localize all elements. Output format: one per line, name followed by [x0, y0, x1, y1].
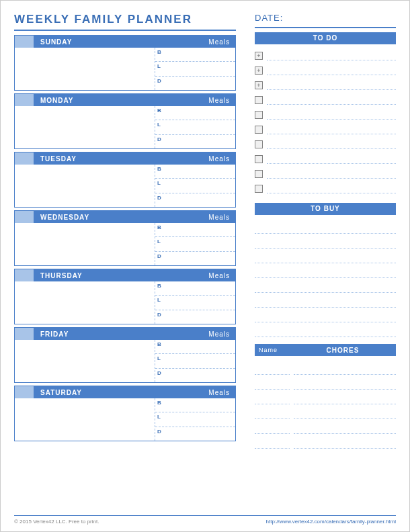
todo-row — [255, 93, 396, 107]
meals-column: BLD — [155, 48, 235, 90]
meal-row-lunch[interactable]: L — [155, 120, 235, 134]
chore-name-field[interactable] — [255, 419, 290, 434]
meal-row-dinner[interactable]: D — [155, 369, 235, 382]
meal-row-breakfast[interactable]: B — [155, 165, 235, 179]
chore-task-field[interactable] — [294, 375, 396, 390]
meal-row-dinner[interactable]: D — [155, 77, 235, 90]
tobuy-line[interactable] — [255, 322, 396, 337]
day-name: SATURDAY — [40, 389, 208, 396]
tobuy-line[interactable] — [255, 249, 396, 263]
day-name: TUESDAY — [40, 155, 208, 163]
chore-task-field[interactable] — [294, 404, 396, 419]
chore-name-field[interactable] — [255, 404, 290, 419]
day-tab — [15, 211, 34, 223]
tobuy-line[interactable] — [255, 219, 396, 234]
notes-area[interactable] — [15, 340, 155, 382]
day-block: TUESDAYMealsBLD — [14, 152, 236, 208]
meal-row-lunch[interactable]: L — [155, 62, 235, 76]
todo-header: TO DO — [255, 32, 396, 44]
chore-name-field[interactable] — [255, 360, 290, 375]
notes-area[interactable] — [15, 398, 155, 441]
todo-checkbox[interactable] — [255, 170, 263, 178]
day-name: THURSDAY — [40, 272, 208, 279]
chore-row — [255, 390, 396, 404]
todo-checkbox[interactable] — [255, 140, 263, 148]
day-block: MONDAYMealsBLD — [14, 93, 236, 149]
day-name: MONDAY — [40, 97, 208, 104]
tobuy-line[interactable] — [255, 293, 396, 308]
todo-line[interactable] — [267, 154, 396, 164]
tobuy-line[interactable] — [255, 234, 396, 249]
notes-area[interactable] — [15, 281, 155, 324]
tobuy-line[interactable] — [255, 308, 396, 322]
date-label: DATE: — [255, 13, 396, 28]
meal-row-dinner[interactable]: D — [155, 252, 235, 265]
todo-row: + — [255, 63, 396, 78]
meal-row-dinner[interactable]: D — [155, 135, 235, 148]
todo-line[interactable] — [267, 95, 396, 105]
notes-area[interactable] — [15, 223, 155, 265]
chore-task-field[interactable] — [294, 360, 396, 375]
meal-row-breakfast[interactable]: B — [155, 340, 235, 354]
todo-checkbox[interactable]: + — [255, 66, 263, 75]
day-tab — [15, 94, 34, 106]
day-name: SUNDAY — [40, 38, 208, 46]
todo-line[interactable] — [267, 66, 396, 75]
meal-row-breakfast[interactable]: B — [155, 281, 235, 296]
todo-checkbox[interactable]: + — [255, 81, 263, 89]
todo-checkbox[interactable] — [255, 126, 263, 134]
day-block: SUNDAYMealsBLD — [14, 35, 236, 91]
meal-row-lunch[interactable]: L — [155, 412, 235, 427]
todo-line[interactable] — [267, 51, 396, 60]
todo-line[interactable] — [267, 110, 396, 120]
day-block: FRIDAYMealsBLD — [14, 327, 236, 383]
day-name: FRIDAY — [40, 330, 208, 338]
chore-name-field[interactable] — [255, 375, 290, 390]
chores-header: Name CHORES — [255, 344, 396, 356]
todo-checkbox[interactable] — [255, 111, 263, 119]
todo-checkbox[interactable] — [255, 155, 263, 163]
todo-line[interactable] — [267, 125, 396, 134]
tobuy-line[interactable] — [255, 278, 396, 293]
chore-task-field[interactable] — [294, 434, 396, 449]
todo-checkbox[interactable] — [255, 96, 263, 104]
chore-name-field[interactable] — [255, 390, 290, 404]
todo-line[interactable] — [267, 184, 396, 193]
meal-row-lunch[interactable]: L — [155, 354, 235, 368]
chore-task-field[interactable] — [294, 419, 396, 434]
todo-row: + — [255, 78, 396, 93]
meal-row-lunch[interactable]: L — [155, 179, 235, 193]
chore-task-field[interactable] — [294, 390, 396, 404]
meals-column: BLD — [155, 281, 235, 324]
notes-area[interactable] — [15, 106, 155, 148]
meal-row-breakfast[interactable]: B — [155, 106, 235, 120]
day-header: FRIDAYMeals — [15, 328, 235, 340]
day-tab — [15, 36, 34, 48]
footer-url: http://www.vertex42.com/calendars/family… — [266, 519, 396, 525]
day-tab — [15, 386, 34, 398]
todo-line[interactable] — [267, 169, 396, 179]
meals-label: Meals — [208, 272, 230, 279]
todo-line[interactable] — [267, 81, 396, 90]
meal-row-lunch[interactable]: L — [155, 237, 235, 251]
meal-row-dinner[interactable]: D — [155, 427, 235, 441]
tobuy-line[interactable] — [255, 263, 396, 278]
meals-label: Meals — [208, 38, 230, 46]
chore-row — [255, 434, 396, 449]
notes-area[interactable] — [15, 165, 155, 207]
day-header: SUNDAYMeals — [15, 36, 235, 48]
todo-checkbox[interactable] — [255, 185, 263, 193]
meal-row-breakfast[interactable]: B — [155, 48, 235, 62]
todo-checkbox[interactable]: + — [255, 52, 263, 60]
todo-line[interactable] — [267, 140, 396, 149]
meals-label: Meals — [208, 155, 230, 163]
meal-row-breakfast[interactable]: B — [155, 398, 235, 412]
meal-row-lunch[interactable]: L — [155, 296, 235, 310]
meal-row-dinner[interactable]: D — [155, 310, 235, 324]
day-header: THURSDAYMeals — [15, 269, 235, 281]
chore-name-field[interactable] — [255, 434, 290, 449]
page-title: WEEKLY FAMILY PLANNER — [14, 13, 236, 31]
notes-area[interactable] — [15, 48, 155, 90]
meal-row-dinner[interactable]: D — [155, 193, 235, 207]
meal-row-breakfast[interactable]: B — [155, 223, 235, 237]
